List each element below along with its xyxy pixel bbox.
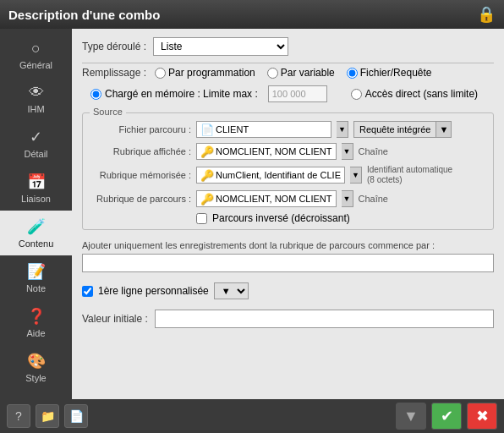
sidebar-item-aide[interactable]: ❓ Aide bbox=[0, 300, 72, 345]
rubrique-affichee-badge: Chaîne bbox=[359, 146, 388, 156]
fichier-dropdown-arrow[interactable]: ▼ bbox=[337, 121, 348, 138]
style-icon: 🎨 bbox=[27, 352, 46, 370]
radio-input-prog[interactable] bbox=[155, 68, 166, 79]
bottom-right: ▼ ✔ ✖ bbox=[396, 403, 497, 430]
sidebar-label-general: Général bbox=[19, 60, 52, 70]
content-area: Type déroulé : Liste Remplissage : Par p… bbox=[72, 29, 504, 433]
ihm-icon: 👁 bbox=[29, 84, 44, 101]
valeur-input[interactable] bbox=[155, 310, 494, 328]
rubrique-parcours-badge: Chaîne bbox=[359, 194, 388, 204]
acces-label: Accès direct (sans limite) bbox=[365, 88, 478, 100]
folder-icon: 📁 bbox=[41, 409, 55, 423]
note-icon: 📝 bbox=[27, 262, 46, 281]
sidebar-label-detail: Détail bbox=[24, 149, 47, 159]
charge-label: Chargé en mémoire : Limite max : bbox=[105, 88, 258, 100]
ligne-label: 1ère ligne personnalisée bbox=[98, 285, 209, 297]
liaison-icon: 📅 bbox=[27, 173, 46, 191]
ligne-dropdown[interactable]: ▼ bbox=[214, 282, 249, 299]
radio-charge[interactable] bbox=[90, 89, 101, 100]
general-icon: ○ bbox=[31, 40, 41, 58]
ligne-row: 1ère ligne personnalisée ▼ bbox=[82, 282, 494, 299]
sidebar-label-ihm: IHM bbox=[27, 104, 44, 114]
radio-label-fichier: Fichier/Requête bbox=[360, 67, 432, 79]
parcours-inverse-checkbox[interactable] bbox=[196, 213, 207, 224]
rubrique-affichee-value: NOMCLIENT, NOM CLIENT bbox=[216, 146, 332, 156]
rubrique-parcours-arrow[interactable]: ▼ bbox=[342, 190, 353, 207]
requete-btn[interactable]: Requête intégrée ▼ bbox=[353, 121, 452, 138]
file-button[interactable]: 📄 bbox=[64, 404, 88, 428]
radio-fichier[interactable]: Fichier/Requête bbox=[347, 67, 432, 79]
radio-acces[interactable] bbox=[351, 89, 362, 100]
rubrique-parcours-value: NOMCLIENT, NOM CLIENT bbox=[216, 194, 332, 204]
down-icon: ▼ bbox=[403, 408, 419, 425]
ligne-checkbox[interactable] bbox=[82, 286, 93, 297]
fichier-parcouru-row: Fichier parcouru : 📄 CLIENT ▼ Requête in… bbox=[90, 118, 486, 140]
fichier-field[interactable]: 📄 CLIENT bbox=[196, 121, 331, 138]
requete-arrow[interactable]: ▼ bbox=[436, 122, 451, 137]
sidebar-item-general[interactable]: ○ Général bbox=[0, 33, 72, 77]
key-icon-affichee: 🔑 bbox=[200, 145, 214, 158]
ajouter-label: Ajouter uniquement les enregistrements d… bbox=[82, 240, 494, 250]
valeur-label: Valeur initiale : bbox=[82, 313, 148, 325]
sidebar-label-note: Note bbox=[26, 283, 46, 293]
aide-icon: ❓ bbox=[27, 307, 46, 326]
sidebar-item-liaison[interactable]: 📅 Liaison bbox=[0, 166, 72, 211]
rubrique-memorisee-badge: Identifiant automatique(8 octets) bbox=[367, 165, 452, 185]
rubrique-parcours-row: Rubrique de parcours : 🔑 NOMCLIENT, NOM … bbox=[90, 188, 486, 210]
rubrique-memorisee-arrow[interactable]: ▼ bbox=[350, 167, 362, 184]
folder-button[interactable]: 📁 bbox=[36, 404, 59, 428]
cancel-button[interactable]: ✖ bbox=[467, 403, 497, 430]
radio-label-prog: Par programmation bbox=[168, 67, 255, 79]
type-row: Type déroulé : Liste bbox=[82, 37, 494, 56]
file-icon-bottom: 📄 bbox=[69, 409, 84, 423]
rubrique-affichee-label: Rubrique affichée : bbox=[90, 146, 191, 156]
rubrique-affichee-row: Rubrique affichée : 🔑 NOMCLIENT, NOM CLI… bbox=[90, 140, 486, 162]
charge-row: Chargé en mémoire : Limite max : Accès d… bbox=[82, 85, 494, 102]
key-icon-parcours: 🔑 bbox=[200, 193, 214, 206]
sidebar-item-style[interactable]: 🎨 Style bbox=[0, 345, 72, 390]
close-icon: ✖ bbox=[476, 407, 489, 425]
radio-label-var: Par variable bbox=[281, 67, 335, 79]
limit-input[interactable] bbox=[268, 85, 327, 102]
detail-icon: ✓ bbox=[30, 128, 42, 146]
radio-group: Par programmation Par variable Fichier/R… bbox=[155, 67, 431, 79]
rubrique-affichee-arrow[interactable]: ▼ bbox=[342, 143, 353, 160]
rubrique-parcours-field[interactable]: 🔑 NOMCLIENT, NOM CLIENT bbox=[196, 190, 337, 207]
sidebar-item-note[interactable]: 📝 Note bbox=[0, 255, 72, 300]
sidebar: ○ Général 👁 IHM ✓ Détail 📅 Liaison 🧪 Con… bbox=[0, 29, 72, 433]
radio-par-programmation[interactable]: Par programmation bbox=[155, 67, 255, 79]
rubrique-memorisee-value: NumClient, Identifiant de CLIE bbox=[216, 170, 341, 180]
sidebar-label-style: Style bbox=[25, 373, 46, 383]
bottom-left: ? 📁 📄 bbox=[7, 404, 88, 428]
valeur-row: Valeur initiale : bbox=[82, 310, 494, 328]
acces-item[interactable]: Accès direct (sans limite) bbox=[351, 88, 478, 100]
parcours-inverse-row: Parcours inversé (décroissant) bbox=[90, 210, 486, 224]
file-icon: 📄 bbox=[200, 123, 214, 136]
help-button[interactable]: ? bbox=[7, 404, 30, 428]
sidebar-item-detail[interactable]: ✓ Détail bbox=[0, 121, 72, 166]
radio-input-var[interactable] bbox=[267, 68, 278, 79]
sidebar-item-contenu[interactable]: 🧪 Contenu bbox=[0, 211, 72, 255]
check-icon: ✔ bbox=[441, 407, 453, 425]
charge-item-radio[interactable]: Chargé en mémoire : Limite max : bbox=[90, 88, 258, 100]
rubrique-affichee-field[interactable]: 🔑 NOMCLIENT, NOM CLIENT bbox=[196, 143, 337, 160]
contenu-icon: 🧪 bbox=[27, 217, 46, 236]
title-bar: Description d'une combo 🔒 bbox=[0, 0, 504, 29]
type-select[interactable]: Liste bbox=[153, 37, 288, 56]
source-section: Source Fichier parcouru : 📄 CLIENT ▼ Req… bbox=[82, 112, 494, 230]
confirm-button[interactable]: ✔ bbox=[431, 403, 462, 430]
sidebar-item-ihm[interactable]: 👁 IHM bbox=[0, 77, 72, 121]
down-button[interactable]: ▼ bbox=[396, 403, 426, 430]
remplissage-label: Remplissage : bbox=[82, 67, 146, 79]
radio-input-fichier[interactable] bbox=[347, 68, 358, 79]
source-title: Source bbox=[90, 107, 126, 117]
requete-label: Requête intégrée bbox=[354, 124, 436, 134]
rubrique-memorisee-row: Rubrique mémorisée : 🔑 NumClient, Identi… bbox=[90, 162, 486, 188]
main-layout: ○ Général 👁 IHM ✓ Détail 📅 Liaison 🧪 Con… bbox=[0, 29, 504, 433]
rubrique-memorisee-field[interactable]: 🔑 NumClient, Identifiant de CLIE bbox=[196, 167, 345, 184]
rubrique-memorisee-label: Rubrique mémorisée : bbox=[90, 170, 191, 180]
ajouter-input[interactable] bbox=[82, 254, 494, 272]
fichier-label: Fichier parcouru : bbox=[90, 124, 191, 134]
radio-par-variable[interactable]: Par variable bbox=[267, 67, 335, 79]
sidebar-label-contenu: Contenu bbox=[19, 238, 54, 249]
